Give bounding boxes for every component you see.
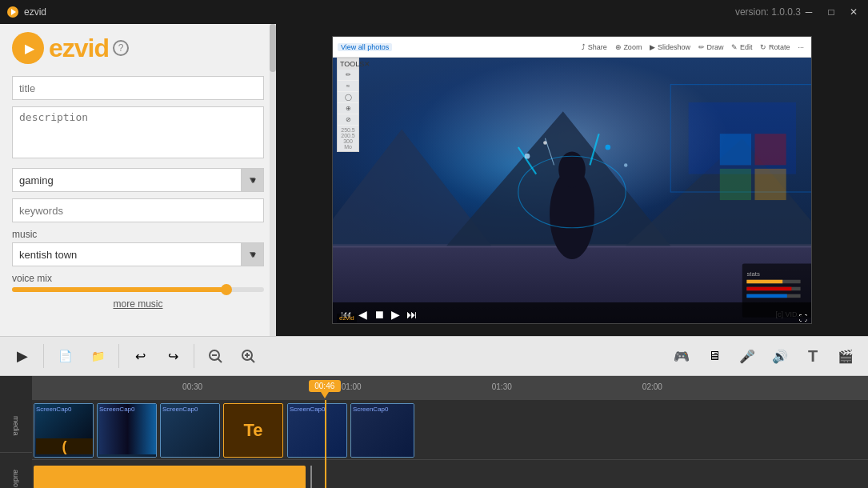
- ruler-marks: 00:46 00:30 01:00 01:30 02:00: [32, 376, 868, 400]
- svg-point-21: [624, 163, 627, 166]
- zoom-out-button[interactable]: [201, 342, 230, 370]
- next-next-btn[interactable]: ⏭: [406, 308, 418, 321]
- open-button[interactable]: 📁: [83, 342, 112, 370]
- title-bar: ezvid version: 1.0.0.3 ─ □ ✕: [0, 0, 868, 24]
- main-layout: ezvid ? gaming education entertainment: [0, 24, 868, 336]
- track-labels: media audio: [0, 400, 32, 488]
- redo-button[interactable]: ↪: [158, 342, 187, 370]
- view-all-btn[interactable]: View all photos: [338, 43, 392, 51]
- panel-scrollbar[interactable]: [270, 24, 276, 336]
- description-field: [12, 106, 264, 162]
- music-select[interactable]: kentish town acoustic jazz: [12, 242, 242, 266]
- clip-2-thumb: ScreenCap0: [98, 404, 156, 457]
- title-input[interactable]: [12, 76, 264, 100]
- clip-3-label: ScreenCap0: [162, 406, 198, 413]
- tool-2[interactable]: ≈: [338, 81, 358, 92]
- film-button[interactable]: 🎬: [831, 342, 860, 370]
- tool-3[interactable]: ◯: [338, 92, 358, 103]
- media-track[interactable]: ( ScreenCap0 ScreenCap0: [32, 400, 868, 460]
- zoom-in-button[interactable]: [234, 342, 262, 370]
- audio-gap: [306, 466, 309, 488]
- inner-nav-buttons: ⤴ Share ⊕ Zoom ▶ Slideshow ✏ Draw ✎ Edit…: [579, 43, 806, 51]
- help-icon[interactable]: ?: [113, 40, 129, 56]
- svg-rect-23: [720, 134, 751, 165]
- clip-2[interactable]: ScreenCap0: [97, 403, 157, 458]
- mark-0030: 00:30: [182, 382, 202, 391]
- maximize-button[interactable]: □: [823, 4, 839, 20]
- text-clip-content: Te: [243, 420, 262, 441]
- new-button[interactable]: 📄: [50, 342, 79, 370]
- text-clip[interactable]: Te: [223, 403, 283, 458]
- tool-4[interactable]: ⊕: [338, 103, 358, 114]
- edit-btn[interactable]: ✎ Edit: [729, 43, 754, 51]
- audio-track[interactable]: [32, 460, 868, 488]
- clip-1[interactable]: ( ScreenCap0: [34, 403, 94, 458]
- text-button[interactable]: T: [798, 342, 827, 370]
- clip-5-label: ScreenCap0: [353, 406, 388, 413]
- next-btn[interactable]: ▶: [391, 308, 400, 321]
- clip-5[interactable]: ScreenCap0: [350, 403, 414, 458]
- toolbar: ▶ 📄 📁 ↩ ↪ 🎮 🖥 🎤 🔊 T 🎬: [0, 336, 868, 376]
- category-select[interactable]: gaming education entertainment: [12, 168, 242, 192]
- more-btn[interactable]: ···: [795, 43, 806, 51]
- svg-rect-32: [746, 287, 791, 290]
- separator-1: [43, 344, 44, 368]
- preview-expand-btn[interactable]: ⛶: [799, 314, 807, 322]
- preview-window: View all photos ⤴ Share ⊕ Zoom ▶ Slidesh…: [332, 36, 812, 324]
- tools-overlay: TOOLS✕ ✏ ≈ ◯ ⊕ ⊘ 250.5200.5300 Mo: [337, 58, 359, 152]
- category-dropdown-btn[interactable]: ▼: [242, 168, 264, 192]
- logo-text: ezvid: [49, 34, 109, 63]
- separator-3: [194, 344, 194, 368]
- clip-3-thumb: ScreenCap0: [161, 404, 219, 457]
- slideshow-btn[interactable]: ▶ Slideshow: [647, 43, 693, 51]
- music-field: kentish town acoustic jazz ▼: [12, 242, 264, 266]
- game-scene-svg: stats: [333, 58, 811, 323]
- preview-content: View all photos ⤴ Share ⊕ Zoom ▶ Slidesh…: [333, 37, 811, 323]
- stop-btn[interactable]: ⏹: [374, 308, 385, 321]
- zoom-btn[interactable]: ⊕ Zoom: [613, 43, 645, 51]
- share-btn[interactable]: ⤴ Share: [579, 43, 610, 51]
- playhead-line: [325, 400, 326, 488]
- description-input[interactable]: [12, 106, 264, 158]
- tool-5[interactable]: ⊘: [338, 114, 358, 126]
- svg-line-36: [218, 358, 222, 362]
- separator-2: [118, 344, 119, 368]
- clip-3[interactable]: ScreenCap0: [160, 403, 220, 458]
- keywords-input[interactable]: [12, 198, 264, 222]
- rotate-btn[interactable]: ↻ Rotate: [758, 43, 792, 51]
- svg-rect-26: [754, 169, 786, 200]
- play-button[interactable]: ▶: [8, 342, 37, 370]
- more-music-link[interactable]: more music: [12, 298, 264, 310]
- app-icon: [6, 6, 19, 18]
- preview-controls: ⏮ ◀ ⏹ ▶ ⏭ ezvid ⛶: [333, 302, 811, 323]
- gamepad-button[interactable]: 🎮: [667, 342, 696, 370]
- voice-mix-slider-row: [12, 287, 264, 292]
- screen-record-button[interactable]: 🖥: [700, 342, 729, 370]
- left-panel: ezvid ? gaming education entertainment: [0, 24, 276, 336]
- audio-track-label: audio: [0, 453, 32, 489]
- undo-button[interactable]: ↩: [126, 342, 154, 370]
- timeline-tracks: media audio ( Screen: [0, 400, 868, 488]
- mark-0130: 01:30: [492, 382, 512, 391]
- music-dropdown-btn[interactable]: ▼: [242, 242, 264, 266]
- preview-ezvid-logo: ezvid: [337, 314, 357, 322]
- media-track-label: media: [0, 400, 32, 453]
- playhead: 00:46: [309, 380, 341, 392]
- clip-2-label: ScreenCap0: [99, 406, 134, 413]
- mark-0100: 01:00: [342, 382, 362, 391]
- game-image: stats TOOLS✕: [333, 58, 811, 323]
- svg-point-18: [525, 154, 530, 159]
- mic-button[interactable]: 🎤: [733, 342, 762, 370]
- tracks-content: ( ScreenCap0 ScreenCap0: [32, 400, 868, 488]
- voice-mix-label: voice mix: [12, 273, 264, 284]
- minimize-button[interactable]: ─: [801, 4, 817, 20]
- speaker-button[interactable]: 🔊: [766, 342, 794, 370]
- clip-4[interactable]: ScreenCap0: [287, 403, 347, 458]
- tool-pencil[interactable]: ✏: [338, 70, 358, 81]
- close-button[interactable]: ✕: [846, 4, 862, 20]
- voice-mix-slider[interactable]: [12, 287, 264, 292]
- category-field: gaming education entertainment ▼: [12, 168, 264, 192]
- draw-btn[interactable]: ✏ Draw: [696, 43, 726, 51]
- prev-btn[interactable]: ◀: [358, 308, 367, 321]
- svg-rect-30: [746, 280, 782, 283]
